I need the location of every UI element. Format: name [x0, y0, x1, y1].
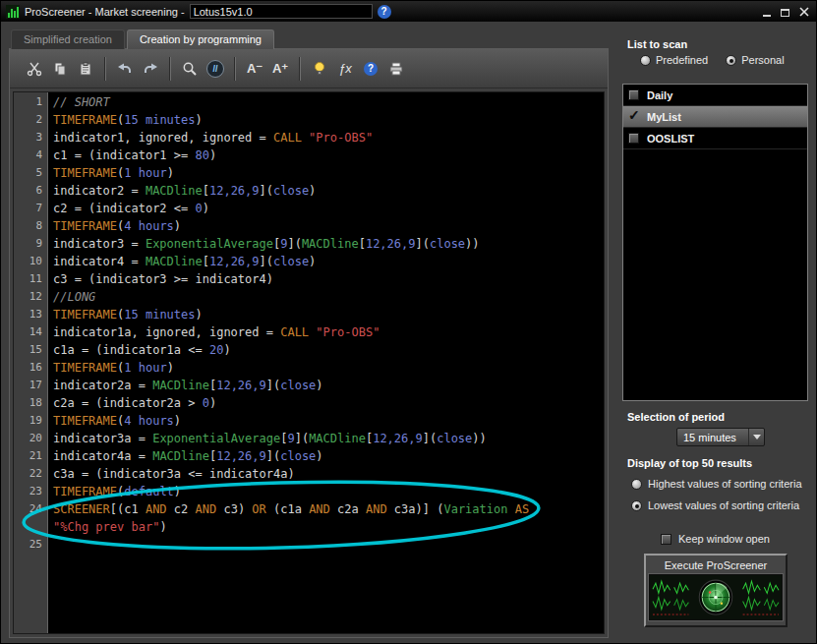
paste-icon — [78, 61, 93, 77]
code-line: indicator2a = MACDline[12,26,9](close) — [53, 379, 604, 396]
code-line: c3a = (indicator3a <= indicator4a) — [53, 467, 604, 485]
undo-button[interactable] — [112, 56, 138, 82]
suggestion-button[interactable] — [307, 56, 332, 82]
tab-creation-by-programming[interactable]: Creation by programming — [127, 29, 274, 49]
maximize-button[interactable] — [778, 5, 792, 19]
line-number: 6 — [14, 184, 47, 202]
help-button[interactable]: ? — [358, 56, 383, 82]
period-dropdown[interactable]: 15 minutes — [676, 428, 765, 446]
font-increase-button[interactable]: A⁺ — [267, 56, 293, 82]
paste-button[interactable] — [73, 56, 98, 82]
toolbar-separator — [234, 57, 236, 81]
checkmark-icon[interactable] — [628, 111, 639, 122]
code-line: TIMEFRAME(15 minutes) — [53, 308, 604, 325]
code-line: TIMEFRAME(15 minutes) — [53, 113, 604, 131]
list-to-scan-label: List to scan — [627, 38, 687, 50]
close-icon — [799, 7, 809, 17]
comment-button[interactable]: // — [203, 56, 228, 82]
close-button[interactable] — [796, 5, 811, 19]
zoom-button[interactable] — [177, 56, 203, 82]
line-number: 21 — [14, 449, 47, 467]
radio-personal-icon — [726, 55, 736, 66]
undo-icon — [117, 61, 133, 77]
line-number: 19 — [14, 414, 47, 432]
font-increase-icon: A⁺ — [272, 61, 288, 76]
display-label: Display of top 50 results — [627, 457, 752, 469]
code-line: c2 = (indicator2 <= 0) — [53, 202, 604, 219]
font-decrease-button[interactable]: A⁻ — [242, 56, 267, 82]
font-decrease-icon: A⁻ — [247, 61, 263, 76]
code-line: TIMEFRAME(1 hour) — [53, 361, 604, 379]
line-number: 8 — [14, 219, 47, 237]
line-number: 15 — [14, 343, 47, 361]
line-number: 23 — [14, 485, 47, 502]
minimize-button[interactable] — [759, 5, 774, 19]
keep-window-open-option[interactable]: Keep window open — [661, 533, 770, 545]
period-value: 15 minutes — [677, 432, 748, 443]
radio-highest-values[interactable]: Highest values of sorting criteria — [631, 478, 802, 490]
code-line: SCREENER[(c1 AND c2 AND c3) OR (c1a AND … — [53, 502, 604, 520]
code-line: TIMEFRAME(1 hour) — [53, 166, 604, 184]
title-help-button[interactable]: ? — [378, 5, 391, 19]
line-number: 10 — [14, 255, 47, 272]
toolbar-separator — [104, 57, 106, 81]
line-number: 1 — [14, 95, 47, 113]
period-label: Selection of period — [627, 411, 725, 423]
code-line: indicator3a = ExponentialAverage[9](MACD… — [53, 432, 604, 449]
redo-button[interactable] — [138, 56, 163, 82]
line-number: 22 — [14, 467, 47, 485]
line-number: 20 — [14, 432, 47, 449]
function-icon: ƒx — [338, 61, 352, 76]
list-item-daily[interactable]: Daily — [623, 85, 807, 106]
code-editor[interactable]: 1234567891011121314151617181920212223242… — [13, 91, 605, 634]
code-line: "%Chg prev bar") — [53, 520, 604, 538]
tab-simplified-creation[interactable]: Simplified creation — [11, 29, 125, 49]
radio-lowest-values[interactable]: Lowest values of sorting criteria — [631, 499, 799, 511]
execute-proscreener-button[interactable]: Execute ProScreener — [644, 554, 788, 627]
line-number — [14, 520, 47, 538]
cut-button[interactable] — [22, 56, 47, 82]
code-line: indicator1a, ignored, ignored = CALL "Pr… — [53, 325, 604, 343]
radio-personal[interactable]: Personal — [726, 54, 784, 66]
code-line: indicator4 = MACDline[12,26,9](close) — [53, 255, 604, 272]
code-line: c3 = (indicator3 >= indicator4) — [53, 272, 604, 290]
checkbox-icon[interactable] — [628, 89, 639, 100]
print-button[interactable] — [383, 56, 409, 82]
toolbar-separator — [299, 57, 301, 81]
scan-radio-group: Predefined Personal — [640, 54, 785, 66]
keep-window-checkbox-icon[interactable] — [661, 534, 671, 545]
line-number: 18 — [14, 396, 47, 414]
list-item-mylist[interactable]: MyList — [623, 106, 807, 128]
lightbulb-icon — [312, 61, 327, 77]
line-number: 14 — [14, 325, 47, 343]
line-number: 17 — [14, 379, 47, 396]
code-line: TIMEFRAME(default) — [53, 485, 604, 502]
editor-toolbar: // A⁻ A⁺ ƒx ? — [10, 49, 608, 88]
code-line: c1a = (indicator1a <= 20) — [53, 343, 604, 361]
insert-function-button[interactable]: ƒx — [332, 56, 358, 82]
redo-icon — [143, 61, 158, 77]
code-line: c2a = (indicator2a > 0) — [53, 396, 604, 414]
gutter-numbers: 1234567891011121314151617181920212223242… — [14, 92, 48, 633]
screener-name-input[interactable] — [190, 4, 373, 19]
checkbox-icon[interactable] — [628, 133, 639, 144]
list-item-ooslist[interactable]: OOSLIST — [623, 128, 807, 149]
window-controls — [759, 5, 811, 19]
line-number: 25 — [14, 538, 47, 556]
copy-button[interactable] — [47, 56, 73, 82]
chevron-down-icon — [748, 429, 764, 445]
copy-icon — [52, 61, 68, 77]
code-line: indicator1, ignored, ignored = CALL "Pro… — [53, 131, 604, 148]
code-line — [53, 538, 604, 556]
editor-tabs: Simplified creation Creation by programm… — [11, 29, 274, 49]
code-line: indicator4a = MACDline[12,26,9](close) — [53, 449, 604, 467]
list-item-label: Daily — [647, 89, 672, 101]
line-number: 9 — [14, 237, 47, 255]
code-line: TIMEFRAME(4 hours) — [53, 219, 604, 237]
print-icon — [388, 61, 404, 77]
radio-predefined[interactable]: Predefined — [640, 54, 708, 66]
editor-panel: // A⁻ A⁺ ƒx ? — [9, 48, 609, 638]
zoom-icon — [182, 61, 198, 77]
scan-list: Daily MyList OOSLIST — [622, 84, 808, 401]
radio-personal-label: Personal — [741, 54, 784, 66]
